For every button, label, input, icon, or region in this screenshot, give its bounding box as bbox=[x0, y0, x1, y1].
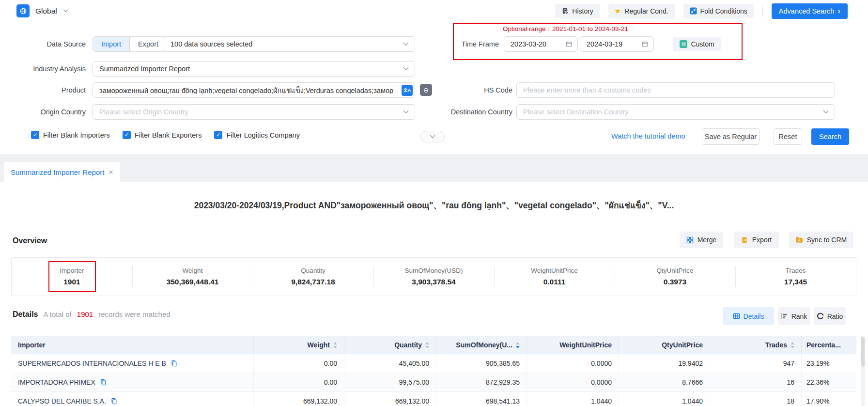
regular-cond-label: Regular Cond. bbox=[624, 7, 668, 15]
importer-cell: IMPORTADORA PRIMEX bbox=[11, 373, 254, 391]
stat-label: Trades bbox=[786, 267, 806, 274]
stat-value: 9,824,737.18 bbox=[291, 278, 335, 286]
column-label: QtyUnitPrice bbox=[662, 341, 703, 349]
copy-icon[interactable] bbox=[110, 398, 117, 405]
filter-blank-exporters-label: Filter Blank Exporters bbox=[135, 131, 202, 139]
end-date-input[interactable] bbox=[580, 36, 654, 52]
save-as-regular-label: Save as Regular bbox=[705, 133, 757, 141]
tab-summarized-importer-report[interactable]: Summarized Importer Report × bbox=[4, 162, 120, 182]
importer-name-link[interactable]: SUPERMERCADOS INTERNACIONALES H E B bbox=[18, 359, 166, 367]
save-as-regular-button[interactable]: Save as Regular bbox=[702, 128, 760, 145]
reset-button[interactable]: Reset bbox=[774, 128, 802, 145]
industry-analysis-select[interactable]: Summarized Importer Report bbox=[93, 61, 415, 77]
column-header-trades[interactable]: Trades bbox=[710, 336, 802, 354]
copy-icon[interactable] bbox=[170, 360, 177, 367]
checkbox-checked-icon: ✓ bbox=[31, 131, 39, 139]
data-sources-value: 100 data sources selected bbox=[164, 40, 269, 48]
scrollbar-thumb[interactable] bbox=[861, 337, 865, 367]
importer-name-link[interactable]: IMPORTADORA PRIMEX bbox=[18, 378, 95, 386]
start-date-input[interactable] bbox=[504, 36, 578, 52]
stat-value: 350,369,448.41 bbox=[167, 278, 219, 286]
column-header-sum-of-money[interactable]: SumOfMoney(U... bbox=[436, 336, 527, 354]
origin-country-select[interactable]: Please select Origin Country bbox=[93, 104, 415, 120]
filter-blank-importers-checkbox[interactable]: ✓ Filter Blank Importers bbox=[31, 131, 110, 139]
filter-logitics-company-label: Filter Logitics Company bbox=[226, 131, 300, 139]
copy-icon[interactable] bbox=[100, 379, 107, 386]
filter-blank-exporters-checkbox[interactable]: ✓ Filter Blank Exporters bbox=[123, 131, 202, 139]
sort-icon[interactable] bbox=[333, 342, 337, 348]
collapse-conditions-button[interactable] bbox=[420, 131, 445, 142]
chevron-down-icon bbox=[403, 67, 409, 71]
stat-label: QtyUnitPrice bbox=[657, 267, 694, 274]
details-heading: Details bbox=[13, 310, 38, 319]
sort-icon[interactable] bbox=[425, 342, 429, 348]
column-header-quantity[interactable]: Quantity bbox=[344, 336, 436, 354]
qty-unit-price-cell: 8.7666 bbox=[619, 373, 710, 391]
export-button[interactable]: Export bbox=[734, 232, 779, 248]
report-content: 2023/03/20-2024/03/19,Product AND"заморо… bbox=[0, 182, 868, 406]
view-details-button[interactable]: Details bbox=[723, 307, 774, 325]
origin-country-placeholder: Please select Origin Country bbox=[93, 108, 205, 116]
sort-icon[interactable] bbox=[790, 342, 794, 348]
percentage-cell: 23.19% bbox=[802, 354, 856, 373]
stat-value: 0.0111 bbox=[543, 278, 566, 286]
column-header-weight-unit-price[interactable]: WeightUnitPrice bbox=[527, 336, 619, 354]
view-rank-button[interactable]: Rank bbox=[778, 307, 810, 325]
regular-cond-button[interactable]: ★ Regular Cond. bbox=[608, 4, 675, 18]
tab-label: Summarized Importer Report bbox=[11, 168, 104, 176]
filter-logitics-company-checkbox[interactable]: ✓ Filter Logitics Company bbox=[214, 131, 300, 139]
sum-of-money-cell: 698,541.13 bbox=[436, 392, 527, 406]
weight-cell: 0.00 bbox=[254, 373, 344, 391]
product-value[interactable] bbox=[93, 86, 415, 94]
custom-timeframe-button[interactable]: ⌘ Custom bbox=[673, 37, 721, 51]
column-header-qty-unit-price[interactable]: QtyUnitPrice bbox=[619, 336, 710, 354]
hs-code-label: HS Code bbox=[388, 82, 512, 98]
importer-cell: SUPERMERCADOS INTERNACIONALES H E B bbox=[11, 354, 254, 373]
stat-sum-of-money: SumOfMoney(USD) 3,903,378.54 bbox=[373, 258, 494, 296]
filter-checkboxes: ✓ Filter Blank Importers ✓ Filter Blank … bbox=[31, 131, 300, 139]
hs-code-input[interactable] bbox=[516, 82, 835, 98]
sort-icon-active-desc[interactable] bbox=[516, 342, 520, 348]
qty-unit-price-cell: 19.9402 bbox=[619, 354, 710, 373]
column-header-importer[interactable]: Importer bbox=[11, 336, 254, 354]
sync-to-crm-button[interactable]: Sync to CRM bbox=[789, 232, 853, 248]
matched-prefix: A total of bbox=[43, 310, 71, 318]
tutorial-link[interactable]: Watch the tutorial demo bbox=[611, 132, 685, 140]
quantity-cell: 669,132.00 bbox=[344, 392, 436, 406]
fold-conditions-button[interactable]: Fold Conditions bbox=[683, 4, 754, 18]
sum-of-money-cell: 872,929.35 bbox=[436, 373, 527, 391]
stat-value: 1901 bbox=[63, 278, 80, 286]
export-icon bbox=[741, 236, 748, 244]
search-button[interactable]: Search bbox=[811, 128, 849, 145]
region-selector[interactable]: Global bbox=[16, 4, 68, 17]
merge-button[interactable]: Merge bbox=[680, 232, 723, 248]
close-icon[interactable]: × bbox=[108, 168, 113, 176]
hs-code-field[interactable] bbox=[517, 86, 835, 94]
column-label: Weight bbox=[308, 341, 330, 349]
matched-count: 1901 bbox=[77, 310, 93, 318]
column-header-weight[interactable]: Weight bbox=[254, 336, 344, 354]
view-ratio-button[interactable]: Ratio bbox=[814, 307, 846, 325]
product-input[interactable]: 文A bbox=[93, 82, 415, 98]
destination-country-select[interactable]: Please select Destination Country bbox=[516, 104, 835, 120]
export-toggle[interactable]: Export bbox=[129, 37, 167, 51]
stat-label: Quantity bbox=[301, 267, 325, 274]
destination-country-placeholder: Please select Destination Country bbox=[517, 108, 645, 116]
history-button[interactable]: History bbox=[555, 4, 600, 18]
data-sources-select[interactable]: 100 data sources selected bbox=[164, 36, 415, 52]
topbar-divider bbox=[762, 6, 763, 16]
importer-name-link[interactable]: CALYPSO DEL CARIBE S.A. bbox=[18, 397, 106, 405]
search-form: Optional range：2021-01-01 to 2024-03-21 … bbox=[0, 22, 868, 154]
globe-icon bbox=[16, 4, 30, 17]
topbar: Global History ★ Regular Cond. Fold Cond… bbox=[0, 0, 868, 22]
import-toggle[interactable]: Import bbox=[93, 37, 129, 51]
column-header-percentage[interactable]: Percenta... bbox=[802, 336, 856, 354]
column-label: SumOfMoney(U... bbox=[456, 341, 512, 349]
export-label: Export bbox=[752, 236, 772, 244]
weight-unit-price-cell: 1.0440 bbox=[527, 392, 619, 406]
advanced-search-button[interactable]: Advanced Search › bbox=[772, 3, 848, 19]
report-title: 2023/03/20-2024/03/19,Product AND"заморо… bbox=[0, 199, 868, 212]
weight-cell: 0.00 bbox=[254, 354, 344, 373]
stat-value: 17,345 bbox=[784, 278, 807, 286]
time-frame-label: Time Frame bbox=[413, 36, 499, 52]
